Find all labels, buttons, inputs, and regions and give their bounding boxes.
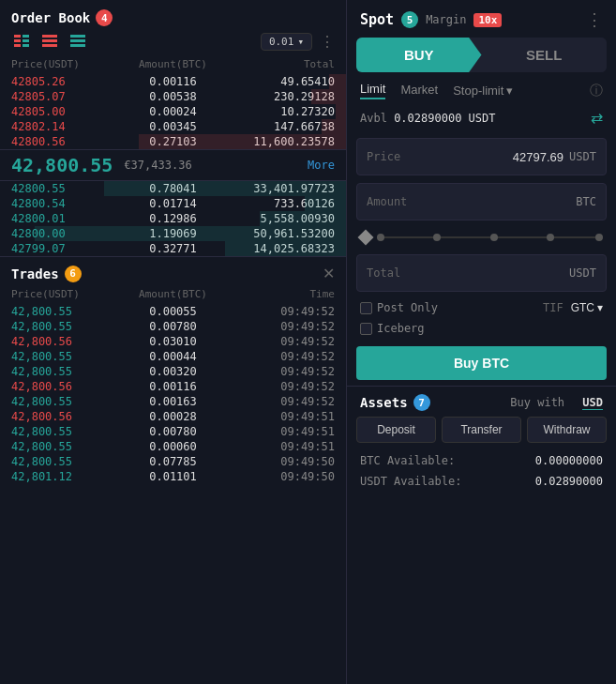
ob-bid-row[interactable]: 42800.55 0.78041 33,401.97723 — [0, 181, 346, 196]
total-row: Total USDT — [356, 254, 607, 292]
slider-track[interactable] — [377, 236, 603, 238]
sell-tab[interactable]: SELL — [482, 38, 608, 72]
btc-label: BTC Available: — [360, 454, 455, 467]
ob-ask-row[interactable]: 42805.00 0.00024 10.27320 — [0, 104, 346, 119]
usdt-available-row: USDT Available: 0.02890000 — [347, 471, 616, 492]
trades-header: Trades 6 ✕ — [0, 257, 346, 286]
ob-decimal-selector[interactable]: 0.01 ▾ — [261, 33, 312, 51]
slider-diamond-icon — [358, 230, 374, 246]
ob-bid-row[interactable]: 42800.00 1.19069 50,961.53200 — [0, 226, 346, 241]
trade-amount: 0.03010 — [119, 335, 227, 348]
trade-row: 42,800.56 0.00116 09:49:52 — [0, 379, 346, 394]
slider-row — [347, 224, 616, 251]
ob-more-menu[interactable]: ⋮ — [320, 33, 335, 51]
ob-ask-row[interactable]: 42805.26 0.00116 49.65410 — [0, 74, 346, 89]
trade-price: 42,800.55 — [11, 365, 119, 378]
ask-amount: 0.00116 — [119, 75, 227, 88]
slider-dot-100[interactable] — [595, 234, 603, 241]
slider-dot-25[interactable] — [433, 234, 441, 241]
trade-price: 42,800.55 — [11, 395, 119, 408]
post-only-label[interactable]: Post Only — [360, 301, 438, 314]
assets-header: Assets 7 Buy with USD — [347, 387, 616, 417]
trade-time: 09:49:50 — [227, 470, 335, 483]
bid-amount: 0.01714 — [119, 197, 227, 210]
margin-link[interactable]: Margin — [426, 13, 466, 26]
trades-close-button[interactable]: ✕ — [323, 265, 335, 282]
mid-price-more[interactable]: More — [308, 159, 335, 172]
bid-price: 42799.07 — [11, 242, 119, 255]
trade-time: 09:49:52 — [227, 320, 335, 333]
spot-header: Spot 5 Margin 10x ⋮ — [347, 0, 616, 38]
trade-row: 42,800.55 0.00780 09:49:51 — [0, 424, 346, 439]
price-input-row[interactable]: Price USDT — [356, 138, 607, 175]
bid-amount: 0.12986 — [119, 212, 227, 225]
leverage-badge[interactable]: 10x — [473, 13, 502, 27]
trade-row: 42,800.55 0.00060 09:49:51 — [0, 439, 346, 454]
ob-bid-row[interactable]: 42800.54 0.01714 733.60126 — [0, 196, 346, 211]
slider-dot-50[interactable] — [490, 234, 498, 241]
post-only-checkbox[interactable] — [360, 302, 372, 314]
trades-badge: 6 — [65, 266, 82, 282]
trade-amount: 0.00780 — [119, 425, 227, 438]
trade-time: 09:49:52 — [227, 395, 335, 408]
iceberg-label[interactable]: Iceberg — [360, 322, 425, 335]
btc-available-row: BTC Available: 0.00000000 — [347, 450, 616, 471]
price-unit: USDT — [569, 150, 596, 163]
ob-table-header: Price(USDT) Amount(BTC) Total — [0, 56, 346, 72]
ob-view-both[interactable] — [11, 32, 32, 51]
slider-dot-75[interactable] — [547, 234, 554, 241]
trade-row: 42,801.12 0.01101 09:49:50 — [0, 469, 346, 484]
order-type-tabs: Limit Market Stop-limit ▾ ⓘ — [347, 82, 616, 99]
spot-menu-button[interactable]: ⋮ — [586, 9, 603, 30]
buy-tab[interactable]: BUY — [356, 38, 482, 72]
assets-buttons: Deposit Transfer Withdraw — [347, 417, 616, 450]
amount-input-row[interactable]: Amount BTC — [356, 183, 607, 220]
assets-badge: 7 — [413, 394, 430, 411]
ob-bid-row[interactable]: 42799.07 0.32771 14,025.68323 — [0, 241, 346, 256]
ob-view-asks[interactable] — [39, 32, 60, 51]
ask-price: 42805.00 — [11, 105, 119, 118]
assets-title: Assets — [360, 395, 408, 410]
ask-total: 10.27320 — [227, 105, 335, 118]
iceberg-checkbox[interactable] — [360, 323, 372, 335]
trades-list: 42,800.55 0.00055 09:49:52 42,800.55 0.0… — [0, 304, 346, 484]
withdraw-button[interactable]: Withdraw — [527, 417, 607, 443]
total-label: Total — [367, 266, 400, 280]
swap-icon[interactable]: ⇄ — [591, 109, 603, 127]
tab-market[interactable]: Market — [400, 83, 438, 99]
trade-time: 09:49:52 — [227, 350, 335, 363]
trade-amount: 0.00044 — [119, 350, 227, 363]
transfer-button[interactable]: Transfer — [442, 417, 521, 443]
trade-row: 42,800.56 0.00028 09:49:51 — [0, 409, 346, 424]
ob-view-bids[interactable] — [68, 32, 88, 51]
trades-title: Trades — [11, 266, 59, 281]
amount-input[interactable] — [407, 195, 570, 209]
ob-ask-row[interactable]: 42805.07 0.00538 230.29128 — [0, 89, 346, 104]
deposit-button[interactable]: Deposit — [356, 417, 436, 443]
ask-amount: 0.00024 — [119, 105, 227, 118]
spot-badge: 5 — [401, 11, 418, 28]
tab-stop-limit[interactable]: Stop-limit ▾ — [453, 84, 513, 98]
bid-price: 42800.01 — [11, 212, 119, 225]
options-row: Post Only TIF GTC ▾ — [347, 296, 616, 320]
svg-rect-5 — [23, 44, 29, 47]
order-type-info-icon[interactable]: ⓘ — [590, 83, 603, 99]
usdt-value: 0.02890000 — [535, 475, 603, 488]
buy-with-label[interactable]: Buy with — [510, 396, 564, 409]
ask-price: 42802.14 — [11, 120, 119, 133]
price-input[interactable] — [400, 150, 563, 164]
trade-amount: 0.00320 — [119, 365, 227, 378]
ob-controls: 0.01 ▾ ⋮ — [0, 32, 346, 56]
trade-price: 42,800.56 — [11, 410, 119, 423]
slider-dot-0[interactable] — [377, 234, 384, 241]
right-panel: Spot 5 Margin 10x ⋮ BUY SELL Limit Marke… — [347, 0, 616, 684]
ob-ask-row[interactable]: 42802.14 0.00345 147.66738 — [0, 119, 346, 134]
usd-badge[interactable]: USD — [582, 396, 603, 410]
trade-row: 42,800.55 0.00055 09:49:52 — [0, 304, 346, 319]
tab-limit[interactable]: Limit — [360, 82, 385, 99]
ob-ask-row[interactable]: 42800.56 0.27103 11,600.23578 — [0, 134, 346, 149]
buy-btc-button[interactable]: Buy BTC — [356, 346, 607, 380]
ob-bid-row[interactable]: 42800.01 0.12986 5,558.00930 — [0, 211, 346, 226]
tif-value-button[interactable]: GTC ▾ — [571, 301, 603, 314]
trade-price: 42,800.55 — [11, 455, 119, 468]
